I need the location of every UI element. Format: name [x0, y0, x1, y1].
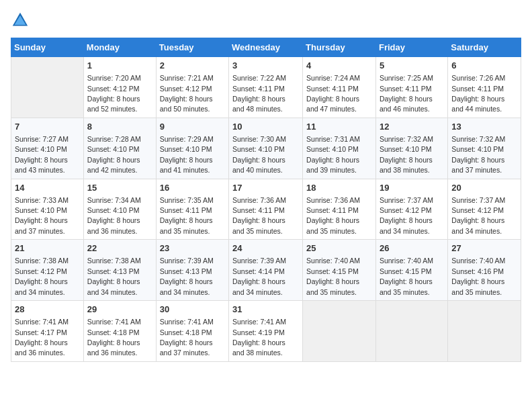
calendar-cell: 19Sunrise: 7:37 AM Sunset: 4:12 PM Dayli… [375, 179, 447, 240]
day-info: Sunrise: 7:35 AM Sunset: 4:11 PM Dayligh… [160, 196, 214, 235]
calendar-cell: 4Sunrise: 7:24 AM Sunset: 4:11 PM Daylig… [303, 57, 376, 118]
calendar-cell: 17Sunrise: 7:36 AM Sunset: 4:11 PM Dayli… [229, 179, 303, 240]
day-info: Sunrise: 7:37 AM Sunset: 4:12 PM Dayligh… [451, 196, 505, 235]
day-number: 15 [87, 182, 152, 194]
day-number: 13 [451, 121, 517, 133]
calendar-week-row: 7Sunrise: 7:27 AM Sunset: 4:10 PM Daylig… [11, 118, 521, 179]
day-info: Sunrise: 7:29 AM Sunset: 4:10 PM Dayligh… [160, 135, 214, 174]
calendar-week-row: 21Sunrise: 7:38 AM Sunset: 4:12 PM Dayli… [11, 240, 521, 301]
day-header-friday: Friday [375, 38, 447, 57]
day-number: 14 [15, 182, 80, 194]
calendar-cell [303, 301, 376, 362]
day-number: 5 [380, 60, 444, 72]
day-number: 7 [15, 121, 80, 133]
calendar-cell: 18Sunrise: 7:36 AM Sunset: 4:11 PM Dayli… [303, 179, 376, 240]
day-header-saturday: Saturday [448, 38, 521, 57]
day-info: Sunrise: 7:34 AM Sunset: 4:10 PM Dayligh… [87, 196, 141, 235]
calendar-cell: 6Sunrise: 7:26 AM Sunset: 4:11 PM Daylig… [448, 57, 521, 118]
day-info: Sunrise: 7:31 AM Sunset: 4:10 PM Dayligh… [306, 135, 360, 174]
calendar-cell: 31Sunrise: 7:41 AM Sunset: 4:19 PM Dayli… [229, 301, 303, 362]
day-info: Sunrise: 7:38 AM Sunset: 4:13 PM Dayligh… [87, 257, 141, 295]
day-info: Sunrise: 7:36 AM Sunset: 4:11 PM Dayligh… [306, 196, 360, 235]
calendar-week-row: 28Sunrise: 7:41 AM Sunset: 4:17 PM Dayli… [11, 301, 521, 362]
day-info: Sunrise: 7:41 AM Sunset: 4:19 PM Dayligh… [232, 318, 286, 357]
logo-icon [11, 11, 30, 30]
day-number: 17 [232, 182, 299, 194]
day-number: 30 [160, 304, 225, 316]
day-info: Sunrise: 7:28 AM Sunset: 4:10 PM Dayligh… [87, 135, 141, 174]
day-number: 18 [306, 182, 372, 194]
day-info: Sunrise: 7:32 AM Sunset: 4:10 PM Dayligh… [380, 135, 433, 174]
calendar-table: SundayMondayTuesdayWednesdayThursdayFrid… [11, 38, 521, 362]
calendar-cell: 12Sunrise: 7:32 AM Sunset: 4:10 PM Dayli… [375, 118, 447, 179]
calendar-cell: 30Sunrise: 7:41 AM Sunset: 4:18 PM Dayli… [156, 301, 228, 362]
calendar-cell: 10Sunrise: 7:30 AM Sunset: 4:10 PM Dayli… [229, 118, 303, 179]
day-number: 31 [232, 304, 299, 316]
calendar-cell: 15Sunrise: 7:34 AM Sunset: 4:10 PM Dayli… [83, 179, 156, 240]
day-number: 27 [451, 242, 517, 255]
day-info: Sunrise: 7:36 AM Sunset: 4:11 PM Dayligh… [232, 196, 286, 235]
day-info: Sunrise: 7:39 AM Sunset: 4:13 PM Dayligh… [160, 257, 214, 295]
calendar-week-row: 14Sunrise: 7:33 AM Sunset: 4:10 PM Dayli… [11, 179, 521, 240]
calendar-cell: 22Sunrise: 7:38 AM Sunset: 4:13 PM Dayli… [83, 240, 156, 301]
day-number: 19 [380, 182, 444, 194]
day-info: Sunrise: 7:37 AM Sunset: 4:12 PM Dayligh… [380, 196, 433, 235]
day-number: 21 [15, 242, 80, 255]
calendar-cell: 1Sunrise: 7:20 AM Sunset: 4:12 PM Daylig… [83, 57, 156, 118]
day-number: 3 [232, 60, 299, 72]
calendar-cell: 26Sunrise: 7:40 AM Sunset: 4:15 PM Dayli… [375, 240, 447, 301]
day-number: 4 [306, 60, 372, 72]
day-header-tuesday: Tuesday [156, 38, 228, 57]
day-info: Sunrise: 7:38 AM Sunset: 4:12 PM Dayligh… [15, 257, 69, 295]
day-info: Sunrise: 7:20 AM Sunset: 4:12 PM Dayligh… [87, 74, 141, 113]
calendar-cell: 21Sunrise: 7:38 AM Sunset: 4:12 PM Dayli… [11, 240, 84, 301]
day-number: 25 [306, 242, 372, 255]
calendar-cell: 9Sunrise: 7:29 AM Sunset: 4:10 PM Daylig… [156, 118, 228, 179]
day-info: Sunrise: 7:40 AM Sunset: 4:16 PM Dayligh… [451, 257, 505, 295]
day-number: 1 [87, 60, 152, 72]
day-number: 9 [160, 121, 225, 133]
day-number: 12 [380, 121, 444, 133]
calendar-cell: 27Sunrise: 7:40 AM Sunset: 4:16 PM Dayli… [448, 240, 521, 301]
calendar-cell [375, 301, 447, 362]
day-number: 6 [451, 60, 517, 72]
calendar-cell: 20Sunrise: 7:37 AM Sunset: 4:12 PM Dayli… [448, 179, 521, 240]
calendar-cell: 2Sunrise: 7:21 AM Sunset: 4:12 PM Daylig… [156, 57, 228, 118]
day-header-thursday: Thursday [303, 38, 376, 57]
day-info: Sunrise: 7:22 AM Sunset: 4:11 PM Dayligh… [232, 74, 286, 113]
day-info: Sunrise: 7:33 AM Sunset: 4:10 PM Dayligh… [15, 196, 69, 235]
calendar-cell: 7Sunrise: 7:27 AM Sunset: 4:10 PM Daylig… [11, 118, 84, 179]
day-info: Sunrise: 7:32 AM Sunset: 4:10 PM Dayligh… [451, 135, 505, 174]
calendar-cell: 16Sunrise: 7:35 AM Sunset: 4:11 PM Dayli… [156, 179, 228, 240]
day-info: Sunrise: 7:40 AM Sunset: 4:15 PM Dayligh… [380, 257, 433, 295]
day-info: Sunrise: 7:27 AM Sunset: 4:10 PM Dayligh… [15, 135, 69, 174]
day-number: 29 [87, 304, 152, 316]
day-info: Sunrise: 7:41 AM Sunset: 4:18 PM Dayligh… [87, 318, 141, 357]
day-header-monday: Monday [83, 38, 156, 57]
calendar-cell: 8Sunrise: 7:28 AM Sunset: 4:10 PM Daylig… [83, 118, 156, 179]
calendar-cell: 11Sunrise: 7:31 AM Sunset: 4:10 PM Dayli… [303, 118, 376, 179]
page-header [11, 11, 521, 30]
day-number: 23 [160, 242, 225, 255]
day-number: 2 [160, 60, 225, 72]
calendar-cell: 23Sunrise: 7:39 AM Sunset: 4:13 PM Dayli… [156, 240, 228, 301]
calendar-header-row: SundayMondayTuesdayWednesdayThursdayFrid… [11, 38, 521, 57]
calendar-cell: 24Sunrise: 7:39 AM Sunset: 4:14 PM Dayli… [229, 240, 303, 301]
day-number: 20 [451, 182, 517, 194]
day-number: 10 [232, 121, 299, 133]
calendar-cell: 5Sunrise: 7:25 AM Sunset: 4:11 PM Daylig… [375, 57, 447, 118]
day-info: Sunrise: 7:39 AM Sunset: 4:14 PM Dayligh… [232, 257, 286, 295]
day-info: Sunrise: 7:40 AM Sunset: 4:15 PM Dayligh… [306, 257, 360, 295]
day-info: Sunrise: 7:25 AM Sunset: 4:11 PM Dayligh… [380, 74, 433, 113]
day-header-wednesday: Wednesday [229, 38, 303, 57]
day-number: 16 [160, 182, 225, 194]
day-info: Sunrise: 7:24 AM Sunset: 4:11 PM Dayligh… [306, 74, 360, 113]
day-info: Sunrise: 7:30 AM Sunset: 4:10 PM Dayligh… [232, 135, 286, 174]
day-info: Sunrise: 7:41 AM Sunset: 4:18 PM Dayligh… [160, 318, 214, 357]
calendar-cell: 25Sunrise: 7:40 AM Sunset: 4:15 PM Dayli… [303, 240, 376, 301]
calendar-cell: 29Sunrise: 7:41 AM Sunset: 4:18 PM Dayli… [83, 301, 156, 362]
day-number: 11 [306, 121, 372, 133]
day-number: 22 [87, 242, 152, 255]
day-number: 24 [232, 242, 299, 255]
day-number: 8 [87, 121, 152, 133]
